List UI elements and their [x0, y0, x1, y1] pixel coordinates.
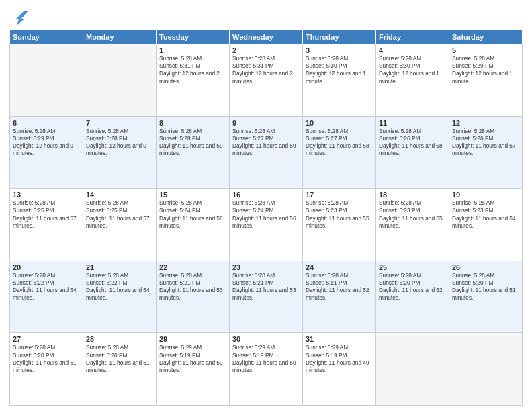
sunset-label: Sunset: 5:21 PM [232, 279, 273, 286]
day-number: 10 [306, 119, 373, 127]
header [9, 7, 523, 26]
day-number: 26 [452, 263, 519, 271]
daylight-label: Daylight: 11 hours and 51 minutes. [13, 359, 77, 373]
cell-info: Sunrise: 5:28 AMSunset: 5:22 PMDaylight:… [13, 272, 80, 302]
daylight-label: Daylight: 12 hours and 1 minute. [379, 70, 439, 84]
calendar-cell: 28Sunrise: 5:28 AMSunset: 5:20 PMDayligh… [83, 333, 157, 406]
sunrise-label: Sunrise: 5:28 AM [306, 199, 348, 206]
daylight-label: Daylight: 11 hours and 55 minutes. [306, 215, 369, 229]
sunset-label: Sunset: 5:25 PM [86, 207, 127, 214]
daylight-label: Daylight: 11 hours and 53 minutes. [159, 287, 223, 301]
daylight-label: Daylight: 11 hours and 58 minutes. [306, 142, 369, 156]
calendar-cell: 30Sunrise: 5:29 AMSunset: 5:19 PMDayligh… [230, 333, 303, 406]
sunrise-label: Sunrise: 5:28 AM [379, 272, 421, 279]
day-number: 14 [86, 191, 153, 199]
sunset-label: Sunset: 5:20 PM [452, 279, 493, 286]
sunrise-label: Sunrise: 5:28 AM [452, 199, 494, 206]
sunset-label: Sunset: 5:22 PM [13, 279, 54, 286]
calendar-cell: 11Sunrise: 5:28 AMSunset: 5:26 PMDayligh… [376, 116, 449, 189]
calendar-cell [10, 44, 83, 117]
sunrise-label: Sunrise: 5:28 AM [379, 128, 421, 134]
sunrise-label: Sunrise: 5:28 AM [159, 55, 202, 62]
calendar-cell: 24Sunrise: 5:28 AMSunset: 5:21 PMDayligh… [303, 261, 376, 333]
sunset-label: Sunset: 5:29 PM [452, 62, 493, 69]
sunrise-label: Sunrise: 5:28 AM [159, 272, 202, 279]
cell-info: Sunrise: 5:28 AMSunset: 5:27 PMDaylight:… [306, 128, 373, 158]
cell-info: Sunrise: 5:28 AMSunset: 5:20 PMDaylight:… [13, 344, 80, 374]
cell-info: Sunrise: 5:28 AMSunset: 5:23 PMDaylight:… [452, 199, 519, 230]
calendar-cell [83, 44, 157, 117]
sunset-label: Sunset: 5:30 PM [379, 62, 420, 69]
sunrise-label: Sunrise: 5:28 AM [86, 344, 128, 351]
sunrise-label: Sunrise: 5:29 AM [306, 344, 348, 351]
sunset-label: Sunset: 5:29 PM [13, 135, 54, 142]
calendar-cell: 23Sunrise: 5:28 AMSunset: 5:21 PMDayligh… [230, 261, 303, 333]
day-number: 28 [86, 335, 153, 343]
cell-info: Sunrise: 5:28 AMSunset: 5:30 PMDaylight:… [306, 55, 373, 85]
sunrise-label: Sunrise: 5:28 AM [379, 55, 421, 62]
cell-info: Sunrise: 5:28 AMSunset: 5:29 PMDaylight:… [452, 55, 519, 85]
sunrise-label: Sunrise: 5:28 AM [86, 199, 128, 206]
calendar-cell: 1Sunrise: 5:28 AMSunset: 5:31 PMDaylight… [157, 44, 230, 117]
logo [9, 7, 31, 26]
calendar-cell: 17Sunrise: 5:28 AMSunset: 5:23 PMDayligh… [303, 189, 376, 261]
day-number: 4 [379, 46, 446, 54]
calendar-header-tuesday: Tuesday [157, 30, 230, 44]
calendar-cell [449, 333, 523, 406]
daylight-label: Daylight: 12 hours and 0 minutes. [86, 142, 146, 156]
daylight-label: Daylight: 11 hours and 55 minutes. [379, 215, 443, 229]
sunrise-label: Sunrise: 5:28 AM [232, 272, 275, 279]
cell-info: Sunrise: 5:28 AMSunset: 5:28 PMDaylight:… [86, 128, 153, 158]
cell-info: Sunrise: 5:29 AMSunset: 5:19 PMDaylight:… [159, 344, 226, 374]
day-number: 11 [379, 119, 446, 127]
day-number: 15 [159, 191, 226, 199]
daylight-label: Daylight: 11 hours and 58 minutes. [379, 142, 443, 156]
daylight-label: Daylight: 11 hours and 57 minutes. [86, 215, 150, 229]
calendar-cell: 29Sunrise: 5:29 AMSunset: 5:19 PMDayligh… [157, 333, 230, 406]
sunset-label: Sunset: 5:20 PM [379, 279, 420, 286]
day-number: 7 [86, 119, 153, 127]
sunrise-label: Sunrise: 5:28 AM [13, 199, 55, 206]
calendar-cell: 21Sunrise: 5:28 AMSunset: 5:22 PMDayligh… [83, 261, 157, 333]
cell-info: Sunrise: 5:28 AMSunset: 5:31 PMDaylight:… [232, 55, 300, 85]
daylight-label: Daylight: 11 hours and 59 minutes. [232, 142, 296, 156]
daylight-label: Daylight: 11 hours and 53 minutes. [232, 287, 296, 301]
calendar-cell: 6Sunrise: 5:28 AMSunset: 5:29 PMDaylight… [10, 116, 83, 189]
calendar-cell: 31Sunrise: 5:29 AMSunset: 5:19 PMDayligh… [303, 333, 376, 406]
cell-info: Sunrise: 5:29 AMSunset: 5:19 PMDaylight:… [232, 344, 300, 374]
cell-info: Sunrise: 5:28 AMSunset: 5:29 PMDaylight:… [13, 128, 80, 158]
calendar-cell: 14Sunrise: 5:28 AMSunset: 5:25 PMDayligh… [83, 189, 157, 261]
daylight-label: Daylight: 11 hours and 54 minutes. [452, 215, 516, 229]
sunset-label: Sunset: 5:28 PM [159, 135, 200, 142]
day-number: 19 [452, 191, 519, 199]
sunrise-label: Sunrise: 5:28 AM [306, 55, 348, 62]
calendar-week-row: 1Sunrise: 5:28 AMSunset: 5:31 PMDaylight… [10, 44, 523, 117]
calendar-header-monday: Monday [83, 30, 157, 44]
calendar-cell [376, 333, 449, 406]
calendar-cell: 16Sunrise: 5:28 AMSunset: 5:24 PMDayligh… [230, 189, 303, 261]
day-number: 24 [306, 263, 373, 271]
sunset-label: Sunset: 5:19 PM [159, 352, 200, 359]
day-number: 29 [159, 335, 226, 343]
sunrise-label: Sunrise: 5:28 AM [13, 344, 55, 351]
cell-info: Sunrise: 5:28 AMSunset: 5:26 PMDaylight:… [452, 128, 519, 158]
calendar-cell: 8Sunrise: 5:28 AMSunset: 5:28 PMDaylight… [157, 116, 230, 189]
sunset-label: Sunset: 5:27 PM [306, 135, 347, 142]
day-number: 3 [306, 46, 373, 54]
sunset-label: Sunset: 5:26 PM [379, 135, 420, 142]
sunset-label: Sunset: 5:23 PM [306, 207, 347, 214]
calendar-week-row: 27Sunrise: 5:28 AMSunset: 5:20 PMDayligh… [10, 333, 523, 406]
sunset-label: Sunset: 5:26 PM [452, 135, 493, 142]
sunrise-label: Sunrise: 5:28 AM [232, 128, 275, 134]
sunset-label: Sunset: 5:30 PM [306, 62, 347, 69]
calendar-header-saturday: Saturday [449, 30, 523, 44]
calendar-header-row: SundayMondayTuesdayWednesdayThursdayFrid… [10, 30, 523, 44]
sunset-label: Sunset: 5:27 PM [232, 135, 273, 142]
day-number: 20 [13, 263, 80, 271]
sunset-label: Sunset: 5:25 PM [13, 207, 54, 214]
daylight-label: Daylight: 12 hours and 2 minutes. [232, 70, 293, 84]
calendar-week-row: 13Sunrise: 5:28 AMSunset: 5:25 PMDayligh… [10, 189, 523, 261]
calendar-cell: 3Sunrise: 5:28 AMSunset: 5:30 PMDaylight… [303, 44, 376, 117]
calendar-cell: 7Sunrise: 5:28 AMSunset: 5:28 PMDaylight… [83, 116, 157, 189]
sunrise-label: Sunrise: 5:28 AM [86, 272, 128, 279]
